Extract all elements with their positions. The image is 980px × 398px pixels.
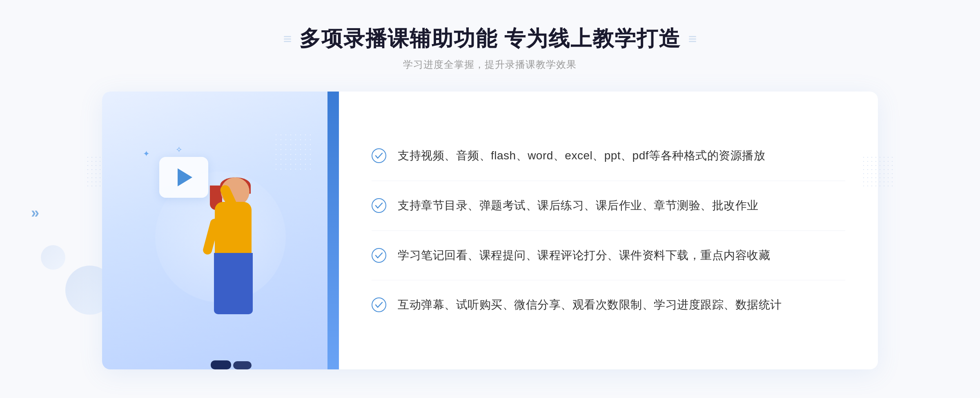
svg-point-0 bbox=[372, 149, 386, 163]
feature-item-2: 支持章节目录、弹题考试、课后练习、课后作业、章节测验、批改作业 bbox=[372, 181, 845, 231]
svg-point-2 bbox=[372, 248, 386, 262]
check-icon-2 bbox=[372, 198, 386, 213]
svg-point-3 bbox=[372, 298, 386, 312]
feature-item-1: 支持视频、音频、flash、word、excel、ppt、pdf等各种格式的资源… bbox=[372, 131, 845, 181]
feature-item-4: 互动弹幕、试听购买、微信分享、观看次数限制、学习进度跟踪、数据统计 bbox=[372, 280, 845, 330]
check-icon-3 bbox=[372, 248, 386, 263]
features-panel: 支持视频、音频、flash、word、excel、ppt、pdf等各种格式的资源… bbox=[339, 92, 878, 369]
sparkle-2: ✧ bbox=[176, 145, 183, 154]
header-decoration-right bbox=[689, 36, 696, 42]
person-pants bbox=[214, 253, 253, 314]
person-shoe-right bbox=[233, 361, 252, 369]
feature-item-3: 学习笔记回看、课程提问、课程评论打分、课件资料下载，重点内容收藏 bbox=[372, 231, 845, 281]
person-illustration bbox=[158, 173, 272, 369]
feature-text-1: 支持视频、音频、flash、word、excel、ppt、pdf等各种格式的资源… bbox=[398, 147, 765, 165]
content-card: ✦ ✧ bbox=[102, 92, 878, 369]
check-icon-4 bbox=[372, 297, 386, 312]
feature-text-3: 学习笔记回看、课程提问、课程评论打分、课件资料下载，重点内容收藏 bbox=[398, 246, 770, 265]
blue-accent-bar bbox=[327, 92, 339, 369]
subtitle: 学习进度全掌握，提升录播课教学效果 bbox=[284, 58, 696, 71]
illustration-panel: ✦ ✧ bbox=[102, 92, 339, 369]
main-title: 多项录播课辅助功能 专为线上教学打造 bbox=[299, 25, 681, 53]
dot-grid-right bbox=[862, 155, 894, 188]
feature-text-2: 支持章节目录、弹题考试、课后练习、课后作业、章节测验、批改作业 bbox=[398, 197, 759, 215]
page-container: » 多项录播课辅助功能 专为线上教学打造 学习进度全掌握，提升录播课教学效果 bbox=[0, 0, 980, 398]
person-body bbox=[215, 202, 252, 255]
sparkle-1: ✦ bbox=[143, 149, 150, 159]
chevron-left-decoration: » bbox=[31, 204, 39, 221]
deco-circle-small bbox=[41, 245, 65, 270]
header-decoration-left bbox=[284, 36, 291, 42]
svg-point-1 bbox=[372, 199, 386, 212]
header-section: 多项录播课辅助功能 专为线上教学打造 学习进度全掌握，提升录播课教学效果 bbox=[284, 25, 696, 71]
feature-text-4: 互动弹幕、试听购买、微信分享、观看次数限制、学习进度跟踪、数据统计 bbox=[398, 296, 782, 314]
illus-dots bbox=[274, 132, 314, 173]
person-shoe-left bbox=[211, 360, 231, 369]
check-icon-1 bbox=[372, 148, 386, 163]
